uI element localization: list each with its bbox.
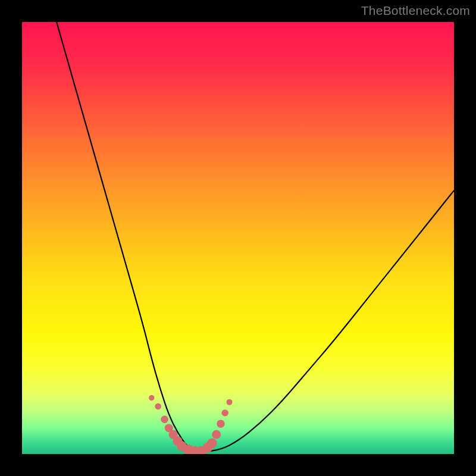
marker-point: [212, 430, 221, 439]
marker-point: [217, 420, 224, 428]
marker-point: [221, 409, 228, 416]
marker-point: [161, 416, 168, 424]
chart-svg: [22, 22, 454, 454]
marker-point: [227, 399, 233, 405]
bottleneck-curve-line: [57, 22, 454, 452]
marker-point: [149, 395, 154, 400]
marker-group: [149, 395, 232, 454]
watermark-text: TheBottleneck.com: [361, 4, 470, 18]
marker-point: [155, 403, 161, 410]
marker-point: [207, 439, 217, 448]
